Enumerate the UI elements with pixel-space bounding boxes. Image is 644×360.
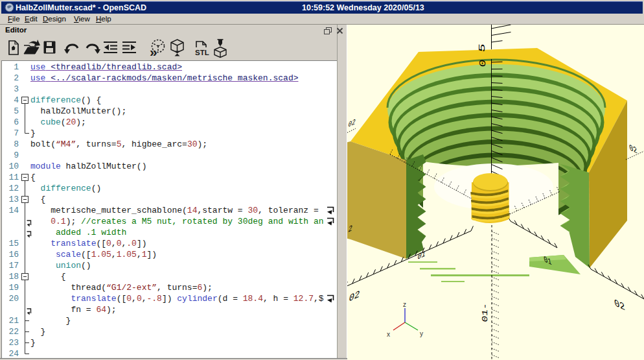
- svg-text:01-: 01-: [481, 302, 489, 322]
- svg-text:STL: STL: [195, 49, 209, 56]
- svg-text:5: 5: [477, 43, 488, 53]
- svg-text:0: 0: [478, 59, 488, 68]
- svg-text:y: y: [420, 330, 423, 337]
- svg-text:»: »: [150, 44, 157, 59]
- svg-text:x: x: [387, 331, 390, 338]
- svg-text:z: z: [403, 301, 406, 308]
